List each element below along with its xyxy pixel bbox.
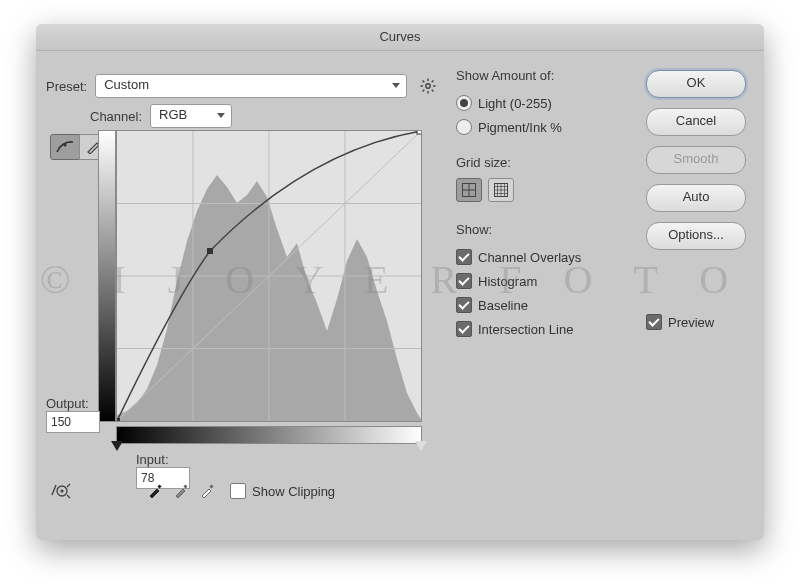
channel-select[interactable]: RGB (150, 104, 232, 128)
radio-pigment[interactable]: Pigment/Ink % (456, 115, 626, 139)
channel-label: Channel: (90, 109, 142, 124)
lbl-intersection: Intersection Line (478, 322, 573, 337)
chk-baseline (456, 297, 472, 313)
black-point-slider[interactable] (111, 441, 123, 451)
radio-pigment-dot (456, 119, 472, 135)
ok-button[interactable]: OK (646, 70, 746, 98)
eyedropper-white[interactable] (196, 480, 218, 502)
chk-histogram (456, 273, 472, 289)
eyedropper-white-icon (199, 483, 215, 499)
lbl-channel-overlays: Channel Overlays (478, 250, 581, 265)
show-baseline[interactable]: Baseline (456, 293, 626, 317)
right-column: Show Amount of: Light (0-255) Pigment/In… (456, 68, 626, 341)
lbl-histogram: Histogram (478, 274, 537, 289)
svg-rect-19 (183, 484, 187, 488)
button-column: OK Cancel Smooth Auto Options... (646, 70, 746, 250)
curve-point-tool[interactable] (50, 134, 80, 160)
white-point-slider[interactable] (415, 441, 427, 451)
grid-10x10-icon (494, 183, 508, 197)
preview-row[interactable]: Preview (646, 314, 746, 330)
show-clipping-label: Show Clipping (252, 484, 335, 499)
target-adjust-button[interactable] (50, 481, 72, 501)
chk-intersection (456, 321, 472, 337)
curve-handle-shadow[interactable] (117, 418, 120, 421)
output-label: Output: (46, 396, 98, 411)
auto-button[interactable]: Auto (646, 184, 746, 212)
chk-channel-overlays (456, 249, 472, 265)
gear-icon (420, 78, 436, 94)
svg-point-9 (63, 143, 66, 146)
cancel-button[interactable]: Cancel (646, 108, 746, 136)
lbl-baseline: Baseline (478, 298, 528, 313)
eyedropper-black-icon (147, 483, 163, 499)
svg-line-6 (432, 90, 434, 92)
grid-4x4-button[interactable] (456, 178, 482, 202)
svg-line-8 (423, 90, 425, 92)
svg-rect-18 (157, 484, 161, 488)
grid-size-title: Grid size: (456, 155, 626, 170)
preset-row: Preset: Custom (46, 74, 439, 98)
svg-point-0 (426, 84, 430, 88)
output-field[interactable] (46, 411, 100, 433)
eyedropper-gray-icon (173, 483, 189, 499)
show-clipping-checkbox[interactable] (230, 483, 246, 499)
preset-select[interactable]: Custom (95, 74, 407, 98)
show-title: Show: (456, 222, 626, 237)
preview-checkbox (646, 314, 662, 330)
input-label: Input: (136, 452, 196, 467)
eyedropper-black[interactable] (144, 480, 166, 502)
radio-light[interactable]: Light (0-255) (456, 91, 626, 115)
channel-row: Channel: RGB (90, 104, 232, 128)
dialog-content: Preset: Custom Channel: (36, 50, 764, 540)
eyedropper-gray[interactable] (170, 480, 192, 502)
curves-dialog: Curves Preset: Custom (36, 24, 764, 540)
smooth-button: Smooth (646, 146, 746, 174)
bottom-row: Show Clipping (50, 480, 335, 502)
svg-line-5 (423, 81, 425, 83)
show-channel-overlays[interactable]: Channel Overlays (456, 245, 626, 269)
preset-value: Custom (104, 77, 149, 92)
grid-4x4-icon (462, 183, 476, 197)
output-block: Output: (46, 396, 98, 433)
preview-label: Preview (668, 315, 714, 330)
curves-graph-svg (117, 131, 421, 421)
target-adjust-icon (50, 481, 72, 501)
radio-light-label: Light (0-255) (478, 96, 552, 111)
input-gradient-bar (116, 426, 422, 444)
show-intersection-line[interactable]: Intersection Line (456, 317, 626, 341)
dialog-title: Curves (36, 24, 764, 51)
radio-pigment-label: Pigment/Ink % (478, 120, 562, 135)
grid-size-row (456, 178, 626, 202)
show-histogram[interactable]: Histogram (456, 269, 626, 293)
channel-value: RGB (159, 107, 187, 122)
output-gradient-bar (98, 130, 116, 422)
preset-label: Preset: (46, 79, 87, 94)
radio-light-dot (456, 95, 472, 111)
show-amount-title: Show Amount of: (456, 68, 626, 83)
curve-handle-selected[interactable] (207, 248, 213, 254)
curve-handle-highlight[interactable] (417, 131, 421, 134)
grid-10x10-button[interactable] (488, 178, 514, 202)
preset-options-button[interactable] (417, 75, 439, 97)
svg-rect-20 (209, 484, 213, 488)
svg-line-7 (432, 81, 434, 83)
svg-point-17 (60, 489, 63, 492)
options-button[interactable]: Options... (646, 222, 746, 250)
curve-tool-icon (56, 140, 74, 154)
curves-graph[interactable] (116, 130, 422, 422)
